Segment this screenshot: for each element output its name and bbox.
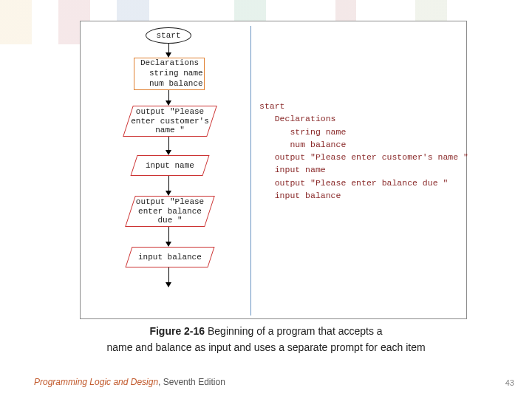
arrowhead: [166, 150, 171, 155]
out1-line3: name ": [129, 126, 211, 135]
book-edition: , Seventh Edition: [158, 377, 225, 387]
pc-l4: num balance: [259, 140, 346, 149]
pc-l1: start: [259, 101, 285, 111]
arrow: [168, 227, 169, 242]
pc-l2: Declarations: [259, 114, 336, 123]
arrowhead: [166, 52, 171, 58]
flowchart-panel: start Declarations string name num balan…: [81, 21, 250, 318]
flowchart-start-label: start: [156, 31, 180, 40]
pseudocode-panel: start Declarations string name num balan…: [259, 100, 468, 202]
out2-line1: output "Please: [131, 197, 209, 207]
input2-text: input balance: [138, 253, 202, 262]
caption-line2: name and balance as input and uses a sep…: [106, 341, 425, 353]
pc-l3: string name: [259, 127, 346, 137]
decl-line2: string name: [140, 69, 204, 79]
out1-line2: enter customer's: [129, 117, 211, 126]
input1-text: input name: [146, 161, 194, 170]
decl-line3: num balance: [140, 79, 204, 89]
pc-l7: output "Please enter balance due ": [259, 178, 448, 188]
arrowhead: [166, 100, 171, 106]
page-number: 43: [505, 378, 514, 387]
arrow: [168, 176, 169, 191]
pc-l5: output "Please enter customer's name ": [259, 152, 468, 162]
pc-l6: input name: [259, 165, 326, 174]
vertical-divider: [250, 26, 251, 316]
decl-line1: Declarations: [140, 58, 204, 69]
arrow: [168, 267, 169, 282]
flowchart-start-terminal: start: [146, 27, 191, 44]
flowchart-input-balance: input balance: [125, 247, 214, 267]
arrowhead: [166, 191, 171, 196]
caption-line1: Beginning of a program that accepts a: [205, 325, 382, 337]
arrowhead: [166, 282, 171, 287]
arrow: [168, 137, 169, 150]
out1-line1: output "Please: [129, 107, 211, 117]
flowchart-output-balance-prompt: output "Please enter balance due ": [125, 196, 215, 227]
figure-label: Figure 2-16: [149, 325, 205, 337]
flowchart-input-name: input name: [130, 155, 209, 176]
pc-l8: input balance: [259, 191, 341, 200]
flowchart-declarations-box: Declarations string name num balance: [134, 58, 205, 90]
book-title: Programming Logic and Design: [34, 377, 158, 387]
figure-frame: start Declarations string name num balan…: [80, 21, 467, 319]
figure-caption: Figure 2-16 Beginning of a program that …: [0, 324, 532, 355]
arrow: [168, 44, 169, 52]
flowchart-output-name-prompt: output "Please enter customer's name ": [123, 106, 217, 137]
arrow: [168, 90, 169, 100]
book-title-footer: Programming Logic and Design, Seventh Ed…: [34, 377, 225, 387]
out2-line3: due ": [131, 216, 209, 225]
out2-line2: enter balance: [131, 207, 209, 216]
arrowhead: [166, 242, 171, 247]
